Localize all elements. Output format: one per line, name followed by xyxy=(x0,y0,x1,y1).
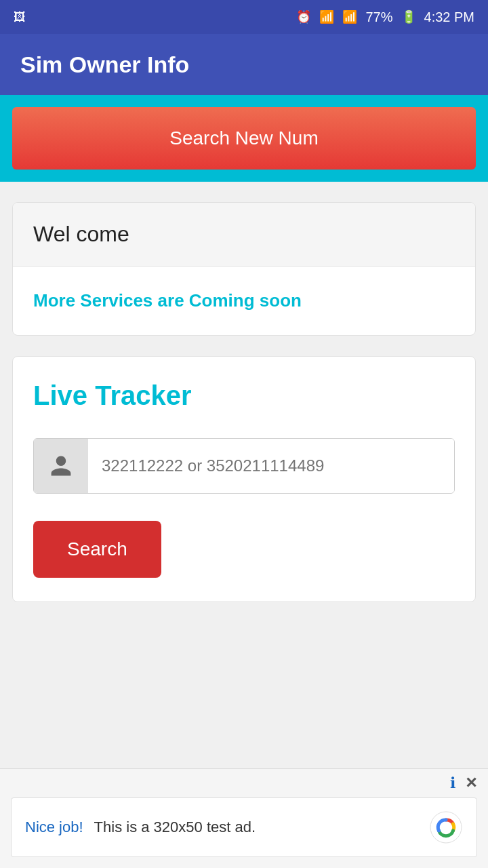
search-button[interactable]: Search xyxy=(33,521,161,578)
ad-content: Nice job! This is a 320x50 test ad. xyxy=(11,797,477,857)
ad-controls: ℹ ✕ xyxy=(0,769,488,797)
person-icon-box xyxy=(34,439,88,493)
app-title: Sim Owner Info xyxy=(20,52,189,78)
welcome-title: Wel come xyxy=(33,222,129,246)
phone-number-input[interactable] xyxy=(88,439,454,493)
person-icon xyxy=(49,454,73,478)
ad-bar: ℹ ✕ Nice job! This is a 320x50 test ad. xyxy=(0,768,488,868)
ad-close-icon[interactable]: ✕ xyxy=(465,774,477,792)
welcome-header: Wel come xyxy=(13,203,475,267)
ad-logo xyxy=(429,810,463,844)
app-bar: Sim Owner Info xyxy=(0,34,488,95)
accent-bar: Search New Num xyxy=(0,95,488,182)
ad-nice-job-label: Nice job! xyxy=(25,818,83,836)
live-tracker-card: Live Tracker Search xyxy=(12,356,476,602)
image-icon: 🖼 xyxy=(14,10,26,24)
battery-icon: 🔋 xyxy=(401,9,416,24)
main-content: Wel come More Services are Coming soon L… xyxy=(0,182,488,623)
battery-level: 77% xyxy=(365,9,392,25)
live-tracker-title: Live Tracker xyxy=(33,380,455,411)
phone-input-row xyxy=(33,438,455,494)
welcome-body: More Services are Coming soon xyxy=(13,267,475,335)
time-display: 4:32 PM xyxy=(424,9,474,25)
svg-point-0 xyxy=(430,812,462,843)
welcome-card: Wel come More Services are Coming soon xyxy=(12,202,476,336)
wifi-icon: 📶 xyxy=(319,9,334,24)
alarm-icon: ⏰ xyxy=(296,9,311,24)
search-new-button[interactable]: Search New Num xyxy=(12,107,476,170)
coming-soon-text: More Services are Coming soon xyxy=(33,290,302,311)
ad-info-icon[interactable]: ℹ xyxy=(450,774,455,792)
signal-icon: 📶 xyxy=(342,9,357,24)
ad-description: This is a 320x50 test ad. xyxy=(94,818,418,836)
status-bar: 🖼 ⏰ 📶 📶 77% 🔋 4:32 PM xyxy=(0,0,488,34)
